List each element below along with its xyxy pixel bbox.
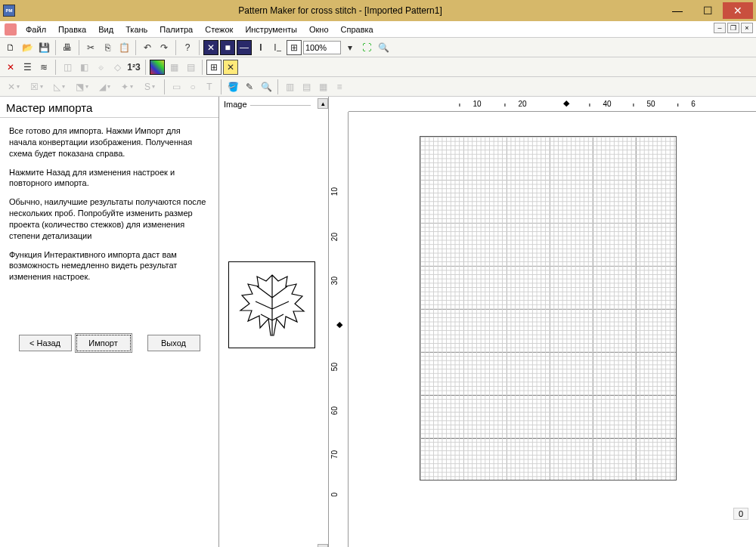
image-panel: Image ▴ ▾ bbox=[219, 97, 329, 547]
paste-icon[interactable]: 📋 bbox=[116, 40, 132, 55]
toolbar-1: 🗋 📂 💾 🖶 ✂ ⎘ 📋 ↶ ↷ ? ✕ ■ — I I⎯ ⊞ ▾ ⛶ 🔍 bbox=[0, 38, 756, 57]
fit-screen-icon[interactable]: ⛶ bbox=[359, 40, 374, 55]
bold-icon[interactable]: I bbox=[253, 40, 268, 55]
menu-window[interactable]: Окно bbox=[303, 23, 335, 36]
mdi-close-button[interactable]: × bbox=[741, 23, 753, 33]
ruler-h-tick: 20 bbox=[518, 100, 526, 108]
wizard-text-4: Функция Интерактивного импорта даст вам … bbox=[9, 249, 209, 283]
colors-icon[interactable] bbox=[150, 60, 165, 75]
leaf-icon bbox=[234, 267, 310, 343]
menu-tools[interactable]: Инструменты bbox=[239, 23, 303, 36]
pattern-grid[interactable] bbox=[420, 136, 677, 481]
vertical-ruler: 10 20 30 ◆ 50 60 70 0 bbox=[329, 112, 349, 547]
new-icon[interactable]: 🗋 bbox=[3, 40, 18, 55]
ruler-v-marker-icon: ◆ bbox=[336, 320, 342, 329]
cut-icon[interactable]: ✂ bbox=[83, 40, 98, 55]
print-icon[interactable]: 🖶 bbox=[60, 40, 75, 55]
wizard-title: Мастер импорта bbox=[0, 97, 218, 118]
stitch-s-icon[interactable]: S bbox=[139, 79, 160, 94]
text-icon[interactable]: T bbox=[202, 79, 217, 94]
grid-icon[interactable]: ⊞ bbox=[287, 40, 302, 55]
redo-icon[interactable]: ↷ bbox=[156, 40, 172, 55]
tool-b-icon[interactable]: ◧ bbox=[76, 60, 91, 75]
show-grid-icon[interactable]: ⊞ bbox=[206, 60, 222, 75]
panel-2-icon[interactable]: ▤ bbox=[299, 79, 314, 94]
menu-palette[interactable]: Палитра bbox=[153, 23, 199, 36]
ruler-v-tick: 0 bbox=[330, 493, 339, 497]
exit-button[interactable]: Выход bbox=[147, 335, 200, 351]
draw-rect-icon[interactable]: ▭ bbox=[169, 79, 184, 94]
zoom-dropdown-icon[interactable]: ▾ bbox=[342, 40, 358, 55]
ruler-v-tick: 70 bbox=[330, 450, 339, 459]
stitch-1-icon[interactable]: ✕ bbox=[3, 79, 24, 94]
ruler-h-tick: 50 bbox=[646, 100, 655, 108]
save-icon[interactable]: 💾 bbox=[36, 40, 51, 55]
ruler-v-tick: 50 bbox=[330, 363, 339, 371]
window-title: Pattern Maker for cross stitch - [Import… bbox=[18, 5, 662, 16]
square-icon[interactable]: ■ bbox=[220, 40, 235, 55]
panel-3-icon[interactable]: ▦ bbox=[315, 79, 330, 94]
magnify-icon[interactable]: 🔍 bbox=[259, 79, 274, 94]
ruler-v-tick: 60 bbox=[330, 406, 339, 415]
help-icon[interactable]: ? bbox=[180, 40, 195, 55]
stitch-5-icon[interactable]: ◢ bbox=[94, 79, 115, 94]
stitch-6-icon[interactable]: ✦ bbox=[116, 79, 138, 94]
ruler-h-tick: 40 bbox=[603, 100, 611, 108]
tool-e-icon[interactable]: ▦ bbox=[166, 60, 181, 75]
fill-icon[interactable]: 🪣 bbox=[225, 79, 240, 94]
panel-4-icon[interactable]: ≡ bbox=[332, 79, 347, 94]
menu-fabric[interactable]: Ткань bbox=[119, 23, 153, 36]
delete-icon[interactable]: ✕ bbox=[3, 60, 18, 75]
image-label: Image bbox=[224, 100, 311, 109]
zoom-input[interactable] bbox=[303, 41, 341, 54]
wizard-text-3: Обычно, наилучшие результаты получаются … bbox=[9, 196, 209, 241]
cross-icon[interactable]: ✕ bbox=[203, 40, 218, 55]
mdi-restore-button[interactable]: ❐ bbox=[727, 23, 739, 33]
ruler-v-tick: 10 bbox=[330, 187, 339, 196]
mdi-minimize-button[interactable]: – bbox=[714, 23, 726, 33]
no-grid-icon[interactable]: ✕ bbox=[223, 60, 238, 75]
tool-a-icon[interactable]: ◫ bbox=[60, 60, 75, 75]
panel-1-icon[interactable]: ▥ bbox=[282, 79, 297, 94]
copy-icon[interactable]: ⎘ bbox=[100, 40, 115, 55]
scroll-down-icon[interactable]: ▾ bbox=[318, 544, 328, 547]
layers-icon[interactable]: ☰ bbox=[20, 60, 35, 75]
wizard-text-1: Все готово для импорта. Нажми Импорт для… bbox=[9, 125, 209, 159]
menu-edit[interactable]: Правка bbox=[52, 23, 92, 36]
titlebar: PM Pattern Maker for cross stitch - [Imp… bbox=[0, 0, 756, 21]
import-button[interactable]: Импорт bbox=[76, 335, 131, 351]
ruler-h-tick: 6 bbox=[691, 100, 696, 108]
stitch-2-icon[interactable]: ☒ bbox=[26, 79, 47, 94]
back-button[interactable]: < Назад bbox=[19, 335, 72, 351]
preview-image bbox=[228, 261, 315, 348]
doc-icon bbox=[5, 23, 17, 36]
ruler-v-tick: 30 bbox=[330, 277, 339, 285]
zoom-tool-icon[interactable]: 🔍 bbox=[376, 40, 391, 55]
open-icon[interactable]: 📂 bbox=[20, 40, 35, 55]
dash-icon[interactable]: — bbox=[237, 40, 252, 55]
draw-oval-icon[interactable]: ○ bbox=[185, 79, 200, 94]
underline-icon[interactable]: I⎯ bbox=[270, 40, 285, 55]
toolbar-2: ✕ ☰ ≋ ◫ ◧ ⟐ ◇ 1²3 ▦ ▤ ⊞ ✕ bbox=[0, 57, 756, 77]
tool-c-icon[interactable]: ⟐ bbox=[93, 60, 108, 75]
sort-icon[interactable]: 1²3 bbox=[126, 60, 141, 75]
horizontal-ruler: 10 20 ◆ 40 50 6 bbox=[349, 97, 756, 112]
menu-help[interactable]: Справка bbox=[335, 23, 380, 36]
tool-f-icon[interactable]: ▤ bbox=[183, 60, 198, 75]
menu-file[interactable]: Файл bbox=[20, 23, 52, 36]
ruler-h-tick: 10 bbox=[472, 100, 481, 108]
maximize-button[interactable]: ☐ bbox=[692, 2, 723, 19]
close-button[interactable]: ✕ bbox=[723, 2, 753, 19]
arrow-right-icon[interactable]: ≋ bbox=[36, 60, 51, 75]
tool-d-icon[interactable]: ◇ bbox=[110, 60, 125, 75]
stitch-4-icon[interactable]: ⬔ bbox=[71, 79, 92, 94]
menu-stitch[interactable]: Стежок bbox=[199, 23, 239, 36]
scroll-up-icon[interactable]: ▴ bbox=[318, 98, 328, 109]
stitch-3-icon[interactable]: ◺ bbox=[48, 79, 70, 94]
canvas-area[interactable]: 10 20 ◆ 40 50 6 10 20 30 ◆ 50 60 70 0 bbox=[329, 97, 756, 547]
wizard-text-2: Нажмите Назад для изменения настроек и п… bbox=[9, 167, 209, 190]
eyedropper-icon[interactable]: ✎ bbox=[242, 79, 257, 94]
undo-icon[interactable]: ↶ bbox=[140, 40, 155, 55]
menu-view[interactable]: Вид bbox=[92, 23, 119, 36]
minimize-button[interactable]: — bbox=[662, 2, 692, 19]
